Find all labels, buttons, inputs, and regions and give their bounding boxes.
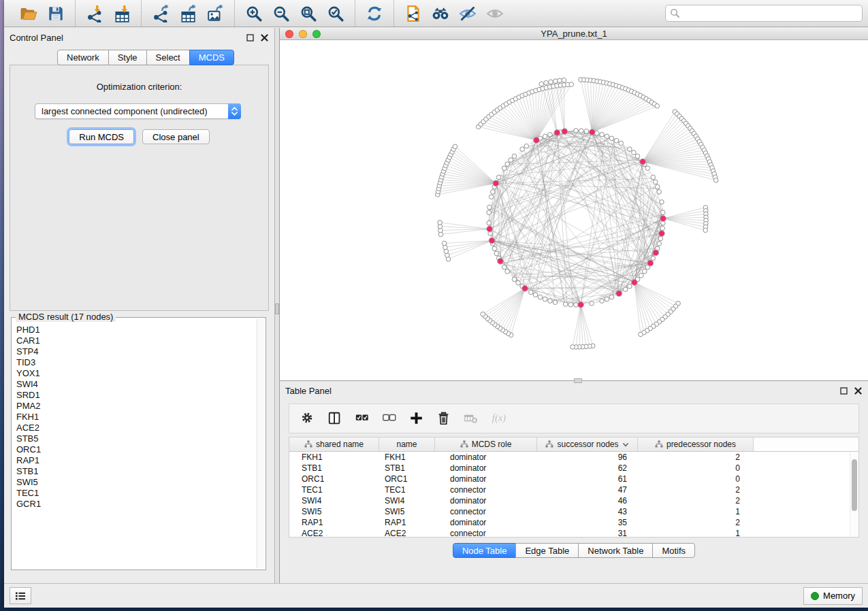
- zoom-in-button[interactable]: [240, 3, 268, 24]
- vertical-splitter[interactable]: [274, 28, 280, 583]
- tab-edge-table[interactable]: Edge Table: [515, 543, 579, 558]
- run-mcds-button[interactable]: Run MCDS: [69, 129, 134, 144]
- tab-style[interactable]: Style: [108, 50, 147, 65]
- zoom-out-button[interactable]: [268, 3, 295, 24]
- select-all-rows-button[interactable]: [351, 407, 374, 430]
- delete-table-button[interactable]: [460, 407, 483, 430]
- column-header-shared-name[interactable]: shared name: [289, 437, 379, 451]
- table-row[interactable]: TEC1TEC1connector472: [289, 484, 849, 495]
- table-cell: dominator: [435, 518, 537, 527]
- mcds-result-item[interactable]: STB5: [16, 433, 257, 444]
- tab-network-table[interactable]: Network Table: [578, 543, 653, 558]
- table-scrollbar-thumb[interactable]: [852, 459, 857, 511]
- splitter-handle[interactable]: [275, 303, 279, 314]
- mcds-result-item[interactable]: CAR1: [16, 335, 257, 346]
- tab-network[interactable]: Network: [57, 50, 109, 65]
- table-row[interactable]: SWI4SWI4dominator462: [289, 495, 849, 506]
- network-from-selection-icon: [404, 5, 422, 22]
- table-cell: connector: [435, 529, 537, 538]
- hide-selected-button[interactable]: [454, 3, 481, 24]
- function-builder-button[interactable]: f(x): [487, 407, 510, 430]
- mcds-result-item[interactable]: GCR1: [16, 499, 257, 510]
- delete-columns-icon: [436, 411, 451, 426]
- mcds-result-item[interactable]: STP4: [16, 346, 257, 357]
- tab-mcds[interactable]: MCDS: [189, 50, 234, 65]
- table-row[interactable]: STB1STB1dominator620: [289, 463, 849, 474]
- column-header-successor-nodes[interactable]: successor nodes: [537, 437, 638, 451]
- search-icon: [670, 8, 680, 18]
- show-hidden-button[interactable]: [481, 3, 509, 24]
- import-network-button[interactable]: [81, 3, 108, 24]
- table-cell: RAP1: [289, 518, 379, 527]
- table-row[interactable]: ORC1ORC1dominator610: [289, 474, 849, 484]
- open-file-button[interactable]: [15, 3, 42, 24]
- save-session-button[interactable]: [42, 3, 69, 24]
- float-panel-button[interactable]: [246, 33, 255, 42]
- mcds-result-item[interactable]: YOX1: [16, 368, 257, 379]
- horizontal-splitter-handle[interactable]: [574, 378, 582, 383]
- table-cell: 1: [638, 507, 754, 516]
- network-window-titlebar[interactable]: YPA_prune.txt_1: [280, 28, 868, 40]
- mcds-result-item[interactable]: SWI5: [16, 477, 257, 488]
- export-network-button[interactable]: [147, 3, 174, 24]
- table-row[interactable]: RAP1RAP1dominator352: [289, 517, 849, 528]
- mcds-result-item[interactable]: RAP1: [16, 455, 257, 466]
- column-header-name[interactable]: name: [379, 437, 435, 451]
- zoom-selected-button[interactable]: [322, 3, 349, 24]
- memory-button[interactable]: Memory: [803, 587, 863, 605]
- show-columns-button[interactable]: [323, 407, 347, 430]
- table-row[interactable]: SWI5SWI5connector431: [289, 506, 849, 517]
- mcds-result-item[interactable]: ORC1: [16, 444, 257, 455]
- network-from-selection-button[interactable]: [400, 3, 427, 24]
- mcds-result-item[interactable]: TEC1: [16, 488, 257, 499]
- search-input[interactable]: [665, 5, 863, 22]
- table-settings-button[interactable]: [296, 407, 319, 430]
- mcds-list-scrollbar[interactable]: [257, 319, 264, 568]
- export-table-button[interactable]: [174, 3, 202, 24]
- save-session-icon: [47, 5, 65, 22]
- column-type-icon: [304, 440, 312, 448]
- mcds-result-item[interactable]: PMA2: [16, 401, 257, 412]
- table-header-row: shared namenameMCDS rolesuccessor nodesp…: [289, 437, 858, 452]
- delete-columns-button[interactable]: [432, 407, 455, 430]
- float-table-panel-button[interactable]: [839, 386, 848, 395]
- mcds-result-item[interactable]: PHD1: [16, 325, 257, 335]
- import-table-button[interactable]: [108, 3, 135, 24]
- mcds-result-item[interactable]: FKH1: [16, 412, 257, 423]
- table-row[interactable]: ACE2ACE2connector311: [289, 528, 849, 538]
- close-panel-button[interactable]: [260, 33, 269, 42]
- mcds-result-item[interactable]: SRD1: [16, 390, 257, 401]
- mcds-result-item[interactable]: STB1: [16, 466, 257, 477]
- column-header-predecessor-nodes[interactable]: predecessor nodes: [638, 437, 754, 451]
- mcds-result-item[interactable]: ACE2: [16, 423, 257, 433]
- mcds-result-item[interactable]: SWI4: [16, 379, 257, 390]
- close-panel-mcds-button[interactable]: Close panel: [142, 129, 210, 144]
- tab-motifs[interactable]: Motifs: [652, 543, 695, 558]
- mcds-result-item[interactable]: TID3: [16, 357, 257, 368]
- refresh-layout-button[interactable]: [361, 3, 388, 24]
- column-type-icon: [460, 440, 468, 448]
- export-network-icon: [152, 5, 170, 22]
- svg-text:f(x): f(x): [492, 412, 506, 424]
- column-label: name: [396, 440, 417, 449]
- close-table-panel-button[interactable]: [854, 386, 863, 395]
- optimization-criterion-select[interactable]: largest connected component (undirected): [35, 103, 241, 119]
- table-row[interactable]: FKH1FKH1dominator962: [289, 452, 849, 463]
- search-binoculars-button[interactable]: [427, 3, 454, 24]
- tab-select[interactable]: Select: [146, 50, 190, 65]
- refresh-layout-icon: [366, 5, 383, 22]
- leaf-nodes[interactable]: [436, 78, 719, 350]
- zoom-fit-button[interactable]: [295, 3, 322, 24]
- table-cell: STB1: [289, 463, 379, 473]
- deselect-all-rows-button[interactable]: [378, 407, 401, 430]
- toolbar-group: [10, 0, 75, 27]
- mcds-result-list[interactable]: PHD1CAR1STP4TID3YOX1SWI4SRD1PMA2FKH1ACE2…: [13, 319, 257, 568]
- add-column-button[interactable]: [405, 407, 428, 430]
- tab-node-table[interactable]: Node Table: [453, 543, 517, 558]
- table-scrollbar[interactable]: [850, 452, 858, 536]
- network-canvas[interactable]: [280, 40, 868, 380]
- table-panel-title: Table Panel: [285, 386, 332, 396]
- export-image-button[interactable]: [202, 3, 229, 24]
- column-header-MCDS-role[interactable]: MCDS role: [435, 437, 537, 451]
- panel-menu-button[interactable]: [10, 587, 31, 604]
